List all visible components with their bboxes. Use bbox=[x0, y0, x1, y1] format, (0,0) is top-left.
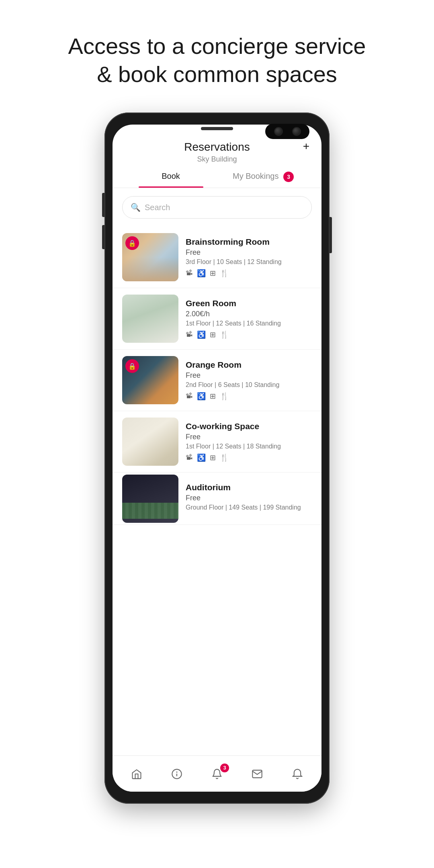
nav-home[interactable] bbox=[121, 762, 153, 786]
amenity-dining-icon: 🍴 bbox=[220, 453, 229, 462]
app-header: Reservations Sky Building + bbox=[113, 125, 321, 164]
amenity-dining-icon: 🍴 bbox=[220, 392, 229, 401]
room-amenities: 📽 ♿ ⊞ 🍴 bbox=[186, 269, 312, 278]
list-item[interactable]: Green Room 2.00€/h 1st Floor | 12 Seats … bbox=[113, 288, 321, 350]
room-name: Orange Room bbox=[186, 360, 312, 370]
room-details: 3rd Floor | 10 Seats | 12 Standing bbox=[186, 258, 312, 266]
room-name: Brainstorming Room bbox=[186, 237, 312, 247]
room-image-brainstorming: 🔒 bbox=[122, 233, 178, 281]
room-info-brainstorming: Brainstorming Room Free 3rd Floor | 10 S… bbox=[178, 237, 312, 278]
room-image-orange: 🔒 bbox=[122, 356, 178, 404]
nav-notifications[interactable]: 3 bbox=[201, 762, 233, 786]
room-price: 2.00€/h bbox=[186, 310, 312, 318]
amenity-projector-icon: 📽 bbox=[186, 269, 193, 278]
app-subtitle: Sky Building bbox=[125, 155, 309, 164]
room-amenities: 📽 ♿ ⊞ 🍴 bbox=[186, 392, 312, 401]
room-price: Free bbox=[186, 248, 312, 257]
amenity-table-icon: ⊞ bbox=[210, 269, 216, 278]
room-name: Auditorium bbox=[186, 483, 312, 492]
nav-alerts[interactable] bbox=[281, 762, 313, 786]
room-details: 1st Floor | 12 Seats | 18 Standing bbox=[186, 443, 312, 450]
room-image-green bbox=[122, 295, 178, 343]
room-details: 1st Floor | 12 Seats | 16 Standing bbox=[186, 320, 312, 327]
tabs-container: Book My Bookings 3 bbox=[113, 164, 321, 188]
lock-badge: 🔒 bbox=[125, 359, 139, 373]
room-amenities: 📽 ♿ ⊞ 🍴 bbox=[186, 330, 312, 339]
mail-icon bbox=[252, 768, 263, 780]
search-icon: 🔍 bbox=[131, 203, 141, 212]
list-item[interactable]: 🔒 Orange Room Free 2nd Floor | 6 Seats |… bbox=[113, 350, 321, 411]
search-bar[interactable]: 🔍 Search bbox=[122, 196, 312, 219]
page-headline: Access to a concierge service & book com… bbox=[36, 32, 398, 88]
room-info-auditorium: Auditorium Free Ground Floor | 149 Seats… bbox=[178, 483, 312, 514]
side-button-power bbox=[330, 217, 332, 253]
side-button-volume-up bbox=[102, 193, 104, 217]
room-info-green: Green Room 2.00€/h 1st Floor | 12 Seats … bbox=[178, 299, 312, 339]
room-image-coworking bbox=[122, 418, 178, 466]
amenity-dining-icon: 🍴 bbox=[220, 330, 229, 339]
bottom-navigation: 3 bbox=[113, 755, 321, 792]
room-details: 2nd Floor | 6 Seats | 10 Standing bbox=[186, 381, 312, 389]
alert-bell-icon bbox=[292, 768, 303, 780]
info-icon bbox=[171, 768, 182, 780]
tab-book[interactable]: Book bbox=[125, 172, 217, 188]
amenity-dining-icon: 🍴 bbox=[220, 269, 229, 278]
amenity-projector-icon: 📽 bbox=[186, 330, 193, 339]
amenity-projector-icon: 📽 bbox=[186, 453, 193, 462]
phone-screen: Reservations Sky Building + Book My Book… bbox=[113, 125, 321, 792]
notifications-badge: 3 bbox=[220, 764, 229, 772]
home-icon bbox=[131, 768, 142, 780]
room-amenities: 📽 ♿ ⊞ 🍴 bbox=[186, 453, 312, 462]
amenity-wheelchair-icon: ♿ bbox=[197, 453, 206, 462]
phone-frame: Reservations Sky Building + Book My Book… bbox=[104, 113, 330, 804]
room-info-coworking: Co-working Space Free 1st Floor | 12 Sea… bbox=[178, 422, 312, 462]
amenity-wheelchair-icon: ♿ bbox=[197, 269, 206, 278]
list-item[interactable]: 🔒 Brainstorming Room Free 3rd Floor | 10… bbox=[113, 227, 321, 288]
amenity-table-icon: ⊞ bbox=[210, 453, 216, 462]
room-name: Co-working Space bbox=[186, 422, 312, 431]
amenity-projector-icon: 📽 bbox=[186, 392, 193, 401]
amenity-table-icon: ⊞ bbox=[210, 392, 216, 401]
nav-messages[interactable] bbox=[241, 762, 273, 786]
amenity-table-icon: ⊞ bbox=[210, 330, 216, 339]
room-price: Free bbox=[186, 494, 312, 502]
add-button[interactable]: + bbox=[303, 141, 309, 152]
nav-info[interactable] bbox=[161, 762, 193, 786]
room-image-auditorium bbox=[122, 475, 178, 523]
search-placeholder: Search bbox=[145, 203, 170, 212]
room-name: Green Room bbox=[186, 299, 312, 308]
room-price: Free bbox=[186, 433, 312, 441]
list-item[interactable]: Co-working Space Free 1st Floor | 12 Sea… bbox=[113, 411, 321, 473]
lock-badge: 🔒 bbox=[125, 236, 139, 250]
room-price: Free bbox=[186, 371, 312, 380]
room-details: Ground Floor | 149 Seats | 199 Standing bbox=[186, 504, 312, 511]
tab-my-bookings[interactable]: My Bookings 3 bbox=[217, 172, 309, 188]
room-info-orange: Orange Room Free 2nd Floor | 6 Seats | 1… bbox=[178, 360, 312, 401]
bookings-badge: 3 bbox=[283, 172, 294, 182]
list-item[interactable]: Auditorium Free Ground Floor | 149 Seats… bbox=[113, 473, 321, 525]
search-container: 🔍 Search bbox=[113, 188, 321, 227]
amenity-wheelchair-icon: ♿ bbox=[197, 330, 206, 339]
app-title: Reservations bbox=[125, 141, 309, 154]
side-button-volume-down bbox=[102, 225, 104, 249]
amenity-wheelchair-icon: ♿ bbox=[197, 392, 206, 401]
rooms-list: 🔒 Brainstorming Room Free 3rd Floor | 10… bbox=[113, 227, 321, 755]
